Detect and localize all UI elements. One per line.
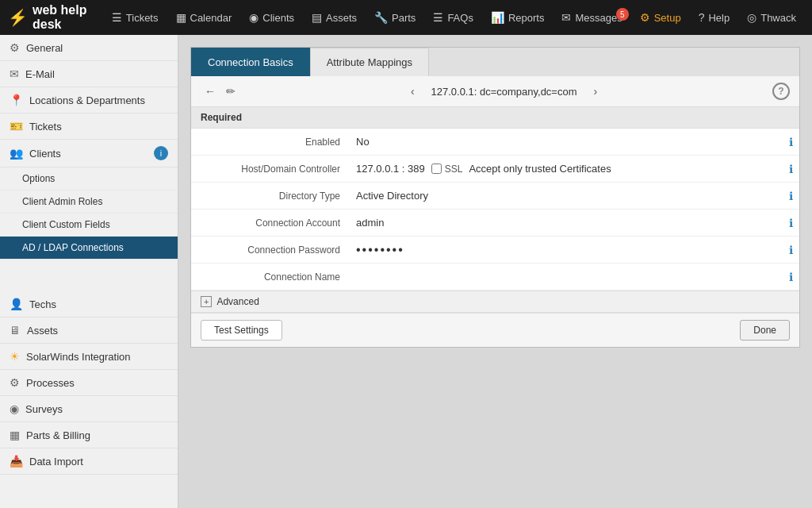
enabled-value: No bbox=[350, 131, 783, 152]
connection-account-info-icon[interactable]: ℹ bbox=[783, 217, 799, 229]
sidebar-item-parts-billing[interactable]: ▦ Parts & Billing bbox=[0, 422, 178, 448]
logo-text: web help desk bbox=[33, 3, 88, 32]
nav-parts-label: Parts bbox=[392, 12, 416, 24]
sidebar-email-label: E-Mail bbox=[25, 68, 55, 80]
sidebar-surveys-label: Surveys bbox=[25, 403, 63, 415]
connection-panel: Connection Basics Attribute Mappings ← ✏… bbox=[190, 47, 800, 348]
edit-button[interactable]: ✏ bbox=[226, 85, 236, 98]
prev-record-button[interactable]: ‹ bbox=[407, 83, 419, 99]
host-text: 127.0.0.1 : 389 bbox=[356, 163, 425, 175]
main-layout: ⚙ General ✉ E-Mail 📍 Locations & Departm… bbox=[0, 35, 812, 508]
directory-type-info-icon[interactable]: ℹ bbox=[783, 190, 799, 202]
techs-icon: 👤 bbox=[10, 298, 23, 310]
tab-connection-basics[interactable]: Connection Basics bbox=[191, 48, 310, 76]
ssl-label: SSL bbox=[445, 164, 463, 175]
messages-icon: ✉ bbox=[561, 11, 571, 24]
enabled-text: No bbox=[356, 136, 370, 148]
required-header: Required bbox=[191, 107, 799, 129]
ssl-checkbox: SSL bbox=[431, 164, 463, 175]
sidebar-data-import-label: Data Import bbox=[29, 456, 83, 468]
messages-badge: 5 bbox=[616, 8, 629, 21]
sidebar-sub-ad-ldap-connections[interactable]: AD / LDAP Connections bbox=[0, 237, 178, 260]
sidebar-solarwinds-label: SolarWinds Integration bbox=[26, 351, 131, 363]
connection-name-value bbox=[350, 272, 783, 282]
panel-tabs: Connection Basics Attribute Mappings bbox=[191, 48, 799, 76]
clients-info-badge: i bbox=[154, 146, 168, 160]
nav-location: 127.0.0.1: dc=company,dc=com bbox=[425, 86, 584, 98]
surveys-icon: ◉ bbox=[10, 402, 19, 415]
nav-thwack[interactable]: ◎ Thwack bbox=[739, 6, 804, 29]
nav-thwack-label: Thwack bbox=[760, 12, 796, 24]
enabled-label: Enabled bbox=[191, 132, 350, 152]
connection-name-info-icon[interactable]: ℹ bbox=[783, 271, 799, 283]
sidebar-client-custom-fields-label: Client Custom Fields bbox=[22, 219, 110, 230]
sidebar-item-clients[interactable]: 👥 Clients i bbox=[0, 140, 178, 167]
advanced-section[interactable]: + Advanced bbox=[191, 291, 799, 313]
test-settings-button[interactable]: Test Settings bbox=[201, 320, 282, 341]
nav-faqs[interactable]: ☰ FAQs bbox=[425, 6, 481, 29]
sidebar-item-email[interactable]: ✉ E-Mail bbox=[0, 61, 178, 87]
connection-account-text: admin bbox=[356, 217, 384, 229]
nav-tickets[interactable]: ☰ Tickets bbox=[104, 6, 167, 29]
logo: ⚡ web help desk bbox=[8, 3, 88, 32]
sidebar-techs-label: Techs bbox=[29, 298, 56, 310]
sidebar-client-admin-roles-label: Client Admin Roles bbox=[22, 196, 102, 207]
ssl-check-input[interactable] bbox=[431, 164, 442, 174]
assets-icon: ▤ bbox=[312, 11, 322, 24]
sidebar-clients-label: Clients bbox=[29, 148, 61, 160]
nav-clients-label: Clients bbox=[262, 12, 294, 24]
help-button[interactable]: ? bbox=[772, 83, 790, 100]
done-button[interactable]: Done bbox=[740, 320, 790, 341]
form-section: Required Enabled No ℹ Host/Domain Contro… bbox=[191, 107, 799, 347]
sidebar-parts-billing-label: Parts & Billing bbox=[26, 429, 90, 441]
sidebar-item-surveys[interactable]: ◉ Surveys bbox=[0, 396, 178, 422]
nav-help-label: Help bbox=[708, 12, 730, 24]
nav-messages[interactable]: ✉ Messages 5 bbox=[553, 6, 630, 29]
nav-parts[interactable]: 🔧 Parts bbox=[366, 6, 423, 29]
sidebar: ⚙ General ✉ E-Mail 📍 Locations & Departm… bbox=[0, 35, 178, 508]
form-row-connection-name: Connection Name ℹ bbox=[191, 264, 799, 291]
required-label: Required bbox=[201, 112, 242, 123]
panel-footer: Test Settings Done bbox=[191, 313, 799, 347]
tab-attribute-mappings[interactable]: Attribute Mappings bbox=[310, 48, 429, 76]
enabled-info-icon[interactable]: ℹ bbox=[783, 136, 799, 148]
sidebar-item-data-import[interactable]: 📥 Data Import bbox=[0, 448, 178, 475]
sidebar-item-general[interactable]: ⚙ General bbox=[0, 35, 178, 61]
sidebar-ad-ldap-label: AD / LDAP Connections bbox=[22, 242, 124, 253]
nav-messages-label: Messages bbox=[575, 12, 622, 24]
sidebar-tickets-label: Tickets bbox=[29, 121, 62, 133]
sidebar-sub-options[interactable]: Options bbox=[0, 167, 178, 190]
nav-assets[interactable]: ▤ Assets bbox=[304, 6, 365, 29]
sidebar-assets-label: Assets bbox=[27, 325, 58, 337]
nav-reports[interactable]: 📊 Reports bbox=[483, 6, 553, 29]
nav-calendar[interactable]: ▦ Calendar bbox=[168, 6, 240, 29]
sidebar-sub-client-custom-fields[interactable]: Client Custom Fields bbox=[0, 214, 178, 237]
sidebar-locations-label: Locations & Departments bbox=[29, 94, 145, 106]
sidebar-item-locations-departments[interactable]: 📍 Locations & Departments bbox=[0, 87, 178, 114]
connection-account-value: admin bbox=[350, 212, 783, 233]
accept-certs-label: Accept only trusted Certificates bbox=[469, 163, 611, 175]
sidebar-item-assets[interactable]: 🖥 Assets bbox=[0, 318, 178, 344]
sidebar-item-solarwinds[interactable]: ☀ SolarWinds Integration bbox=[0, 344, 178, 370]
sidebar-item-processes[interactable]: ⚙ Processes bbox=[0, 370, 178, 396]
tab-attribute-mappings-label: Attribute Mappings bbox=[327, 56, 412, 68]
tickets-sidebar-icon: 🎫 bbox=[10, 120, 23, 133]
sidebar-sub-client-admin-roles[interactable]: Client Admin Roles bbox=[0, 190, 178, 214]
advanced-expand-icon: + bbox=[201, 296, 212, 307]
nav-setup[interactable]: ⚙ Setup bbox=[632, 6, 689, 29]
sidebar-options-label: Options bbox=[22, 173, 55, 184]
connection-password-info-icon[interactable]: ℹ bbox=[783, 244, 799, 256]
nav-faqs-label: FAQs bbox=[447, 12, 473, 24]
calendar-icon: ▦ bbox=[176, 11, 186, 24]
sidebar-item-tickets[interactable]: 🎫 Tickets bbox=[0, 114, 178, 140]
nav-help[interactable]: ? Help bbox=[691, 6, 738, 29]
directory-type-text: Active Directory bbox=[356, 190, 428, 202]
back-button[interactable]: ← bbox=[201, 83, 220, 99]
host-info-icon[interactable]: ℹ bbox=[783, 163, 799, 175]
nav-clients[interactable]: ◉ Clients bbox=[241, 6, 302, 29]
sidebar-item-techs[interactable]: 👤 Techs bbox=[0, 291, 178, 318]
nav-reports-label: Reports bbox=[508, 12, 545, 24]
parts-billing-icon: ▦ bbox=[10, 429, 20, 441]
next-record-button[interactable]: › bbox=[589, 83, 601, 99]
directory-type-value: Active Directory bbox=[350, 185, 783, 206]
